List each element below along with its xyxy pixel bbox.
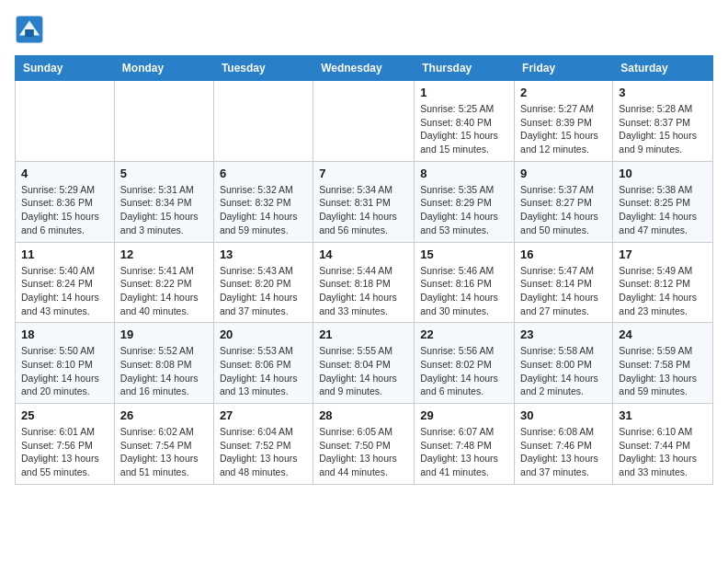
calendar-cell: 22Sunrise: 5:56 AM Sunset: 8:02 PM Dayli… (415, 323, 515, 404)
logo-icon (15, 15, 44, 44)
calendar-cell: 24Sunrise: 5:59 AM Sunset: 7:58 PM Dayli… (613, 323, 713, 404)
week-row-5: 25Sunrise: 6:01 AM Sunset: 7:56 PM Dayli… (16, 404, 713, 485)
day-number: 14 (319, 247, 408, 261)
calendar-cell: 23Sunrise: 5:58 AM Sunset: 8:00 PM Dayli… (515, 323, 613, 404)
day-info: Sunrise: 5:53 AM Sunset: 8:06 PM Dayligh… (220, 344, 307, 398)
calendar-cell: 5Sunrise: 5:31 AM Sunset: 8:34 PM Daylig… (114, 161, 213, 242)
day-number: 2 (520, 86, 607, 99)
day-info: Sunrise: 5:32 AM Sunset: 8:32 PM Dayligh… (220, 183, 307, 237)
day-info: Sunrise: 5:35 AM Sunset: 8:29 PM Dayligh… (420, 183, 508, 237)
day-info: Sunrise: 5:59 AM Sunset: 7:58 PM Dayligh… (619, 344, 707, 398)
week-row-1: 1Sunrise: 5:25 AM Sunset: 8:40 PM Daylig… (16, 81, 713, 162)
day-info: Sunrise: 5:52 AM Sunset: 8:08 PM Dayligh… (120, 344, 208, 398)
day-number: 10 (619, 167, 707, 180)
svg-rect-2 (25, 29, 34, 37)
calendar-cell (313, 81, 415, 162)
calendar-cell: 11Sunrise: 5:40 AM Sunset: 8:24 PM Dayli… (16, 242, 115, 323)
calendar-cell: 31Sunrise: 6:10 AM Sunset: 7:44 PM Dayli… (613, 404, 713, 485)
day-number: 6 (220, 167, 307, 180)
calendar-cell: 9Sunrise: 5:37 AM Sunset: 8:27 PM Daylig… (515, 161, 613, 242)
calendar-cell: 19Sunrise: 5:52 AM Sunset: 8:08 PM Dayli… (114, 323, 213, 404)
day-number: 20 (220, 327, 307, 341)
calendar-cell: 4Sunrise: 5:29 AM Sunset: 8:36 PM Daylig… (16, 161, 115, 242)
day-info: Sunrise: 5:37 AM Sunset: 8:27 PM Dayligh… (520, 183, 607, 237)
calendar-cell: 1Sunrise: 5:25 AM Sunset: 8:40 PM Daylig… (415, 81, 515, 162)
calendar-cell: 27Sunrise: 6:04 AM Sunset: 7:52 PM Dayli… (213, 404, 313, 485)
day-info: Sunrise: 5:31 AM Sunset: 8:34 PM Dayligh… (120, 183, 208, 237)
calendar-cell: 2Sunrise: 5:27 AM Sunset: 8:39 PM Daylig… (515, 81, 613, 162)
calendar-cell: 25Sunrise: 6:01 AM Sunset: 7:56 PM Dayli… (16, 404, 115, 485)
calendar-cell: 26Sunrise: 6:02 AM Sunset: 7:54 PM Dayli… (114, 404, 213, 485)
day-number: 17 (619, 247, 707, 261)
day-info: Sunrise: 5:43 AM Sunset: 8:20 PM Dayligh… (220, 264, 307, 318)
day-number: 4 (21, 167, 108, 180)
day-info: Sunrise: 5:46 AM Sunset: 8:16 PM Dayligh… (420, 264, 508, 318)
calendar-cell: 21Sunrise: 5:55 AM Sunset: 8:04 PM Dayli… (313, 323, 415, 404)
day-info: Sunrise: 5:56 AM Sunset: 8:02 PM Dayligh… (420, 344, 508, 398)
calendar-cell: 6Sunrise: 5:32 AM Sunset: 8:32 PM Daylig… (213, 161, 313, 242)
day-number: 3 (619, 86, 707, 99)
day-number: 27 (220, 408, 307, 422)
day-info: Sunrise: 5:27 AM Sunset: 8:39 PM Dayligh… (520, 102, 607, 156)
day-number: 12 (120, 247, 208, 261)
calendar-cell: 20Sunrise: 5:53 AM Sunset: 8:06 PM Dayli… (213, 323, 313, 404)
day-info: Sunrise: 6:07 AM Sunset: 7:48 PM Dayligh… (420, 425, 508, 479)
calendar-cell: 15Sunrise: 5:46 AM Sunset: 8:16 PM Dayli… (415, 242, 515, 323)
column-header-wednesday: Wednesday (313, 56, 415, 81)
day-info: Sunrise: 5:29 AM Sunset: 8:36 PM Dayligh… (21, 183, 108, 237)
day-number: 11 (21, 247, 108, 261)
day-number: 24 (619, 327, 707, 341)
calendar-cell: 14Sunrise: 5:44 AM Sunset: 8:18 PM Dayli… (313, 242, 415, 323)
calendar-cell: 12Sunrise: 5:41 AM Sunset: 8:22 PM Dayli… (114, 242, 213, 323)
day-number: 22 (420, 327, 508, 341)
day-number: 21 (319, 327, 408, 341)
calendar-cell: 18Sunrise: 5:50 AM Sunset: 8:10 PM Dayli… (16, 323, 115, 404)
day-info: Sunrise: 6:04 AM Sunset: 7:52 PM Dayligh… (220, 425, 307, 479)
day-number: 26 (120, 408, 208, 422)
calendar-cell: 10Sunrise: 5:38 AM Sunset: 8:25 PM Dayli… (613, 161, 713, 242)
week-row-3: 11Sunrise: 5:40 AM Sunset: 8:24 PM Dayli… (16, 242, 713, 323)
calendar-cell: 8Sunrise: 5:35 AM Sunset: 8:29 PM Daylig… (415, 161, 515, 242)
day-info: Sunrise: 5:58 AM Sunset: 8:00 PM Dayligh… (520, 344, 607, 398)
day-info: Sunrise: 6:10 AM Sunset: 7:44 PM Dayligh… (619, 425, 707, 479)
day-info: Sunrise: 6:08 AM Sunset: 7:46 PM Dayligh… (520, 425, 607, 479)
day-number: 30 (520, 408, 607, 422)
day-info: Sunrise: 5:44 AM Sunset: 8:18 PM Dayligh… (319, 264, 408, 318)
day-number: 7 (319, 167, 408, 180)
calendar-cell: 28Sunrise: 6:05 AM Sunset: 7:50 PM Dayli… (313, 404, 415, 485)
calendar-header-row: SundayMondayTuesdayWednesdayThursdayFrid… (16, 56, 713, 81)
week-row-2: 4Sunrise: 5:29 AM Sunset: 8:36 PM Daylig… (16, 161, 713, 242)
calendar-cell: 3Sunrise: 5:28 AM Sunset: 8:37 PM Daylig… (613, 81, 713, 162)
day-number: 5 (120, 167, 208, 180)
day-number: 18 (21, 327, 108, 341)
day-info: Sunrise: 5:41 AM Sunset: 8:22 PM Dayligh… (120, 264, 208, 318)
page-header (15, 15, 713, 44)
day-info: Sunrise: 5:34 AM Sunset: 8:31 PM Dayligh… (319, 183, 408, 237)
day-info: Sunrise: 5:40 AM Sunset: 8:24 PM Dayligh… (21, 264, 108, 318)
day-number: 13 (220, 247, 307, 261)
day-number: 1 (420, 86, 508, 99)
column-header-saturday: Saturday (613, 56, 713, 81)
day-info: Sunrise: 5:50 AM Sunset: 8:10 PM Dayligh… (21, 344, 108, 398)
calendar-body: 1Sunrise: 5:25 AM Sunset: 8:40 PM Daylig… (16, 81, 713, 485)
day-number: 25 (21, 408, 108, 422)
day-number: 8 (420, 167, 508, 180)
column-header-tuesday: Tuesday (213, 56, 313, 81)
calendar-cell: 29Sunrise: 6:07 AM Sunset: 7:48 PM Dayli… (415, 404, 515, 485)
column-header-monday: Monday (114, 56, 213, 81)
calendar-cell: 16Sunrise: 5:47 AM Sunset: 8:14 PM Dayli… (515, 242, 613, 323)
day-number: 19 (120, 327, 208, 341)
day-info: Sunrise: 5:25 AM Sunset: 8:40 PM Dayligh… (420, 102, 508, 156)
week-row-4: 18Sunrise: 5:50 AM Sunset: 8:10 PM Dayli… (16, 323, 713, 404)
day-info: Sunrise: 5:28 AM Sunset: 8:37 PM Dayligh… (619, 102, 707, 156)
column-header-sunday: Sunday (16, 56, 115, 81)
calendar-table: SundayMondayTuesdayWednesdayThursdayFrid… (15, 55, 713, 485)
column-header-thursday: Thursday (415, 56, 515, 81)
calendar-cell (213, 81, 313, 162)
day-number: 23 (520, 327, 607, 341)
calendar-cell (114, 81, 213, 162)
calendar-cell: 17Sunrise: 5:49 AM Sunset: 8:12 PM Dayli… (613, 242, 713, 323)
calendar-cell (16, 81, 115, 162)
calendar-cell: 30Sunrise: 6:08 AM Sunset: 7:46 PM Dayli… (515, 404, 613, 485)
calendar-cell: 13Sunrise: 5:43 AM Sunset: 8:20 PM Dayli… (213, 242, 313, 323)
